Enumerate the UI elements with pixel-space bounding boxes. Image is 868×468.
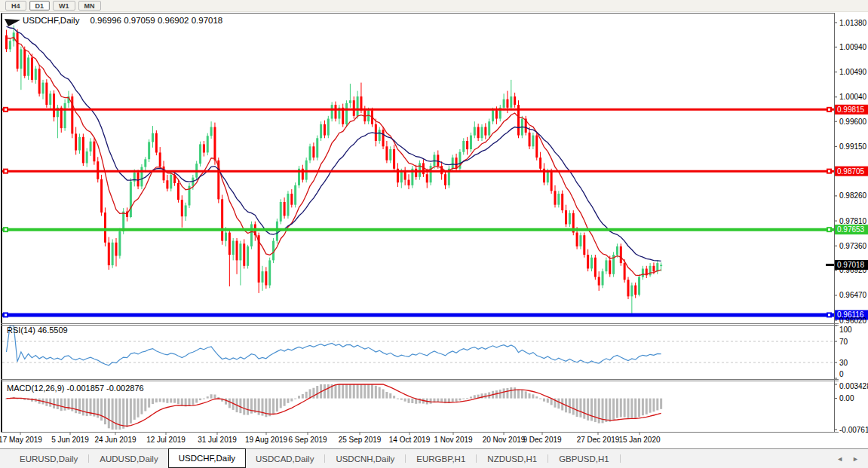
svg-text:0.98705: 0.98705 <box>837 167 865 176</box>
tab-separator <box>476 454 477 463</box>
chart-tabs-bar: EURUSD,Daily AUDUSD,Daily USDCHF,Daily U… <box>0 448 868 468</box>
svg-text:0.98260: 0.98260 <box>839 191 867 200</box>
svg-text:1.01380: 1.01380 <box>839 19 867 27</box>
mt4-terminal-window: 0.998150.987050.976530.961160.970181.013… <box>0 0 868 468</box>
tab-usdcad-daily[interactable]: USDCAD,Daily <box>246 449 324 468</box>
svg-text:14 Oct 2019: 14 Oct 2019 <box>389 436 431 444</box>
tab-usdcnh-daily[interactable]: USDCNH,Daily <box>326 449 404 468</box>
tab-audusd-daily[interactable]: AUDUSD,Daily <box>90 449 167 468</box>
svg-text:31 Jul 2019: 31 Jul 2019 <box>198 436 237 444</box>
svg-text:0.00: 0.00 <box>839 394 854 402</box>
timeframe-toolbar: H4 D1 W1 MN <box>0 0 868 12</box>
panel-borders <box>1 13 839 433</box>
horizontal-line-0.99815[interactable]: 0.99815 <box>2 105 868 115</box>
rsi-indicator-label: RSI(14) 46.5509 <box>7 326 68 335</box>
svg-text:1.00940: 1.00940 <box>839 43 867 51</box>
svg-text:0.97810: 0.97810 <box>839 217 867 225</box>
svg-text:15 Jan 2020: 15 Jan 2020 <box>618 436 660 444</box>
rsi-panel: 10070300 <box>2 326 852 379</box>
timeframe-mn-button[interactable]: MN <box>78 1 101 11</box>
svg-text:25 Sep 2019: 25 Sep 2019 <box>339 436 382 444</box>
svg-text:27 Dec 2019: 27 Dec 2019 <box>577 436 620 444</box>
svg-text:-0.007615: -0.007615 <box>839 426 868 434</box>
svg-text:12 Jul 2019: 12 Jul 2019 <box>146 436 186 444</box>
tab-scroll-controls: ◄ ► <box>836 449 868 468</box>
svg-text:0.003428: 0.003428 <box>839 382 868 390</box>
tab-separator <box>620 454 621 463</box>
rsi-line <box>7 326 661 366</box>
tab-separator <box>88 454 89 463</box>
tab-gbpusd-h1[interactable]: GBPUSD,H1 <box>549 449 618 468</box>
chart-symbol-label: USDCHF,Daily <box>23 16 79 25</box>
svg-text:0.97653: 0.97653 <box>837 225 865 234</box>
svg-text:1.00040: 1.00040 <box>839 93 867 101</box>
tabs-scroll-left-icon[interactable]: ◄ <box>836 455 843 463</box>
svg-text:1 Nov 2019: 1 Nov 2019 <box>434 436 473 444</box>
horizontal-line-0.98705[interactable]: 0.98705 <box>2 167 868 176</box>
tab-eurgbp-h1[interactable]: EURGBP,H1 <box>406 449 475 468</box>
timeframe-w1-button[interactable]: W1 <box>53 1 75 11</box>
tab-separator <box>324 454 325 463</box>
tab-separator <box>405 454 406 463</box>
svg-text:0.96470: 0.96470 <box>839 291 867 299</box>
tab-separator <box>547 454 548 463</box>
svg-text:1.00490: 1.00490 <box>839 68 867 76</box>
tab-usdchf-daily[interactable]: USDCHF,Daily <box>168 448 246 468</box>
svg-text:9 Dec 2019: 9 Dec 2019 <box>523 436 562 444</box>
svg-text:0.99815: 0.99815 <box>837 106 865 114</box>
macd-indicator-label: MACD(12,26,9) -0.001857 -0.002876 <box>7 384 144 393</box>
horizontal-line-0.96116[interactable]: 0.96116 <box>2 310 868 320</box>
svg-text:0.97360: 0.97360 <box>839 242 867 250</box>
svg-text:5 Jun 2019: 5 Jun 2019 <box>51 436 89 444</box>
svg-text:6 Sep 2019: 6 Sep 2019 <box>288 436 327 444</box>
svg-text:100: 100 <box>839 326 852 334</box>
svg-text:0.99150: 0.99150 <box>839 142 867 151</box>
chart-ohlc-values: 0.96996 0.97059 0.96902 0.97018 <box>90 16 222 25</box>
svg-text:20 Nov 2019: 20 Nov 2019 <box>483 436 526 444</box>
svg-text:0.96920: 0.96920 <box>839 266 867 274</box>
svg-text:0: 0 <box>839 370 844 378</box>
chart-shift-marker-icon[interactable] <box>5 19 20 26</box>
svg-text:19 Aug 2019: 19 Aug 2019 <box>245 436 288 444</box>
horizontal-line-0.97653[interactable]: 0.97653 <box>2 225 868 234</box>
time-axis: 17 May 20195 Jun 201924 Jun 201912 Jul 2… <box>0 433 661 445</box>
tab-nzdusd-h1[interactable]: NZDUSD,H1 <box>477 449 547 468</box>
svg-text:0.99600: 0.99600 <box>839 118 867 126</box>
svg-text:17 May 2019: 17 May 2019 <box>0 436 42 444</box>
price-chart-canvas: 0.998150.987050.976530.961160.970181.013… <box>0 0 868 468</box>
timeframe-h4-button[interactable]: H4 <box>5 1 26 11</box>
svg-text:30: 30 <box>839 359 848 367</box>
candlesticks <box>5 26 662 314</box>
tab-eurusd-daily[interactable]: EURUSD,Daily <box>10 449 87 468</box>
tabs-scroll-right-icon[interactable]: ► <box>852 455 859 463</box>
chart-title: USDCHF,Daily0.96996 0.97059 0.96902 0.97… <box>23 16 222 25</box>
svg-text:70: 70 <box>839 338 848 346</box>
timeframe-d1-button[interactable]: D1 <box>29 1 51 11</box>
svg-text:0.96020: 0.96020 <box>839 317 867 325</box>
svg-text:24 Jun 2019: 24 Jun 2019 <box>94 436 136 444</box>
